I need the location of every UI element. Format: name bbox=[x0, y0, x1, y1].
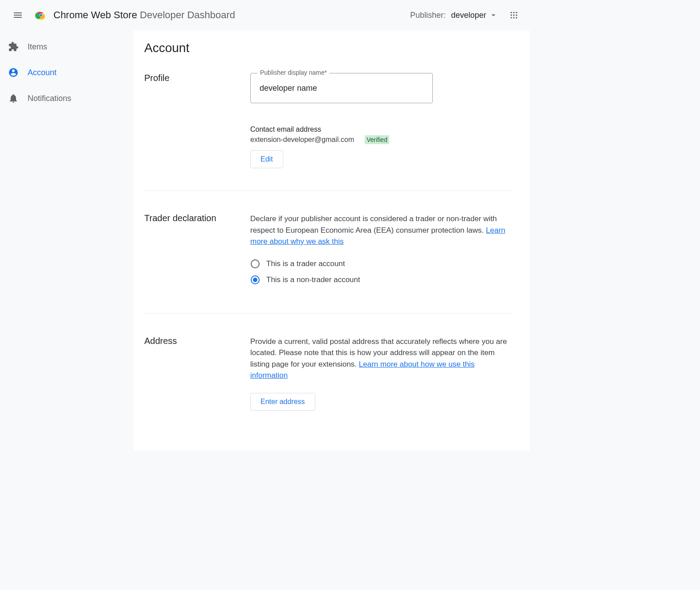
publisher-label: Publisher: bbox=[410, 11, 446, 20]
sidebar-item-account[interactable]: Account bbox=[0, 60, 134, 85]
main-content: Account Profile Publisher display name* … bbox=[134, 30, 530, 451]
bell-icon bbox=[7, 92, 20, 105]
address-description: Provide a current, valid postal address … bbox=[250, 336, 512, 381]
radio-trader-label: This is a trader account bbox=[266, 259, 345, 268]
email-label: Contact email address bbox=[250, 125, 512, 133]
sidebar-item-label: Notifications bbox=[28, 94, 71, 103]
trader-section: Trader declaration Declare if your publi… bbox=[144, 213, 512, 314]
svg-point-5 bbox=[513, 12, 514, 13]
edit-email-button[interactable]: Edit bbox=[250, 150, 283, 168]
title-sub: Developer Dashboard bbox=[137, 9, 235, 20]
svg-point-11 bbox=[513, 17, 514, 18]
chrome-web-store-logo bbox=[34, 8, 48, 22]
account-circle-icon bbox=[7, 66, 20, 79]
section-label-address: Address bbox=[144, 336, 250, 411]
address-section: Address Provide a current, valid postal … bbox=[144, 336, 512, 433]
display-name-label: Publisher display name* bbox=[257, 69, 330, 76]
svg-point-12 bbox=[516, 17, 517, 18]
sidebar-item-items[interactable]: Items bbox=[0, 34, 134, 60]
page-title: Account bbox=[144, 41, 512, 55]
apps-button[interactable] bbox=[505, 6, 523, 24]
radio-non-trader-label: This is a non-trader account bbox=[266, 275, 360, 284]
hamburger-icon bbox=[12, 10, 23, 20]
trader-description: Declare if your publisher account is con… bbox=[250, 213, 512, 247]
profile-section: Profile Publisher display name* Contact … bbox=[144, 73, 512, 191]
radio-non-trader[interactable]: This is a non-trader account bbox=[250, 275, 512, 285]
publisher-dropdown[interactable]: developer bbox=[451, 11, 498, 20]
sidebar-item-notifications[interactable]: Notifications bbox=[0, 85, 134, 111]
trader-description-text: Declare if your publisher account is con… bbox=[250, 214, 497, 234]
svg-point-8 bbox=[513, 14, 514, 16]
sidebar-item-label: Account bbox=[28, 68, 57, 77]
display-name-field: Publisher display name* bbox=[250, 73, 512, 103]
radio-trader[interactable]: This is a trader account bbox=[250, 259, 512, 269]
svg-point-6 bbox=[516, 12, 517, 13]
sidebar: Items Account Notifications bbox=[0, 30, 134, 451]
svg-point-4 bbox=[511, 12, 512, 13]
publisher-value: developer bbox=[451, 11, 486, 20]
svg-point-9 bbox=[516, 14, 517, 16]
verified-badge: Verified bbox=[365, 135, 389, 144]
app-title: Chrome Web Store Developer Dashboard bbox=[53, 9, 235, 21]
radio-checked-icon bbox=[250, 275, 260, 285]
section-label-trader: Trader declaration bbox=[144, 213, 250, 291]
section-label-profile: Profile bbox=[144, 73, 250, 168]
svg-point-10 bbox=[511, 17, 512, 18]
sidebar-item-label: Items bbox=[28, 42, 47, 52]
title-main: Chrome Web Store bbox=[53, 9, 137, 20]
apps-grid-icon bbox=[509, 11, 518, 20]
extension-icon bbox=[7, 40, 20, 53]
enter-address-button[interactable]: Enter address bbox=[250, 393, 315, 411]
svg-point-7 bbox=[511, 14, 512, 16]
radio-unchecked-icon bbox=[250, 259, 260, 269]
svg-point-3 bbox=[40, 14, 42, 16]
app-header: Chrome Web Store Developer Dashboard Pub… bbox=[0, 0, 530, 30]
dropdown-icon bbox=[489, 11, 498, 20]
menu-button[interactable] bbox=[7, 4, 28, 26]
chrome-logo-icon bbox=[35, 9, 47, 21]
display-name-input[interactable] bbox=[250, 73, 433, 103]
email-value: extension-developer@gmail.com bbox=[250, 136, 354, 144]
